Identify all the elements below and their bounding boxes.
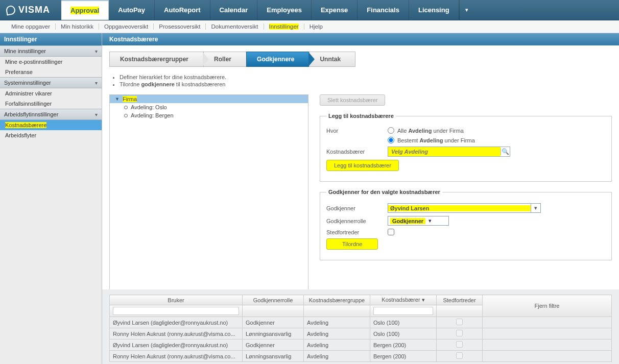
sidebar-section-arbeidsflyt[interactable]: Arbeidsflytinnstillinger ▾ [0, 109, 102, 120]
tree-node-label: Avdeling: Oslo [131, 104, 167, 110]
radio-input[interactable] [388, 127, 394, 134]
cell-role: Godkjenner [243, 339, 304, 351]
dropdown-icon[interactable]: ▾ [428, 217, 432, 224]
nav-autoreport[interactable]: AutoReport [155, 0, 210, 20]
sidebar: Innstilinger Mine innstillinger ▾ Mine e… [0, 33, 102, 364]
nav-more-dropdown[interactable]: ▾ [459, 0, 474, 20]
cell-user: Øyvind Larsen (dagligleder@ronnyaukrust.… [110, 317, 243, 328]
nav-autopay[interactable]: AutoPay [109, 0, 155, 20]
avdeling-search[interactable]: 🔍 [388, 147, 510, 157]
radio-all-avdeling[interactable]: Alle Avdeling under Firma [388, 127, 464, 134]
cell-empty [483, 339, 612, 351]
col-gruppe[interactable]: Kostnadsbærergruppe [304, 295, 370, 305]
avdeling-search-input[interactable] [388, 147, 501, 156]
role-value[interactable]: Godkjenner [390, 218, 425, 224]
sidebar-link-arbeidsflyter[interactable]: Arbeidsflyter [0, 130, 102, 140]
cell-role: Lønningsansvarlig [243, 328, 304, 339]
triangle-down-icon: ▼ [115, 96, 120, 102]
dropdown-icon[interactable]: ▾ [531, 204, 540, 212]
table-row[interactable]: Ronny Holen Aukrust (ronny.aukrust@visma… [110, 328, 612, 339]
brand-text: VISMA [18, 5, 50, 15]
sidebar-link-vikarer[interactable]: Administrer vikarer [0, 88, 102, 99]
cell-role: Lønningsansvarlig [243, 351, 304, 362]
sidebar-link-epost[interactable]: Mine e-postinnstillinger [0, 57, 102, 67]
nav-financials[interactable]: Financials [358, 0, 409, 20]
cell-cost: Oslo (100) [370, 328, 437, 339]
cell-group: Avdeling [304, 328, 370, 339]
col-bruker[interactable]: Bruker [110, 295, 243, 305]
chevron-down-icon: ▾ [95, 80, 98, 86]
cell-empty [483, 317, 612, 328]
col-stedfortreder[interactable]: Stedfortreder [437, 295, 483, 305]
circle-icon [124, 106, 128, 109]
tab-unntak[interactable]: Unntak [309, 52, 355, 67]
assign-button[interactable]: Tilordne [326, 238, 378, 250]
chevron-down-icon: ▾ [95, 112, 98, 117]
cell-deputy-checkbox [456, 352, 463, 359]
tab-grupper[interactable]: Kostnadsbærergrupper [109, 52, 203, 67]
label-where: Hvor [326, 128, 388, 134]
subnav-min-historikk[interactable]: Min historikk [56, 23, 99, 30]
radio-bestemt-avdeling[interactable]: Bestemt Avdeling under Firma [388, 137, 475, 143]
instruction-item: Definer hierarkiet for dine kostnadsbære… [120, 74, 612, 80]
sidebar-link-kostnadsbaerere[interactable]: Kostnadsbærere [0, 120, 102, 130]
subnav-mine-oppgaver[interactable]: Mine oppgaver [6, 23, 56, 30]
filter-kostnadsbaerer[interactable] [373, 307, 433, 315]
subnav-oppgaveoversikt[interactable]: Oppgaveoversikt [99, 23, 154, 30]
sidebar-title: Innstilinger [0, 33, 102, 45]
subnav-dokumentoversikt[interactable]: Dokumentoversikt [206, 23, 264, 30]
subnav-hjelp[interactable]: Hjelp [304, 23, 328, 30]
cell-group: Avdeling [304, 317, 370, 328]
sidebar-link-preferanse[interactable]: Preferanse [0, 67, 102, 77]
sidebar-link-forfall[interactable]: Forfallsinnstillinger [0, 99, 102, 109]
tree-node-label: Avdeling: Bergen [131, 112, 174, 118]
cell-cost: Bergen (200) [370, 339, 437, 351]
col-kostnadsbaerer[interactable]: Kostnadsbærer ▾ [370, 295, 437, 305]
deputy-checkbox[interactable] [388, 229, 394, 235]
tree-node-oslo[interactable]: Avdeling: Oslo [110, 103, 308, 111]
tree-node-root[interactable]: ▼ Firma [110, 95, 308, 103]
grid-header-row: Bruker Godkjennerrolle Kostnadsbærergrup… [110, 295, 612, 305]
subnav-prosessoversikt[interactable]: Prosessoversikt [154, 23, 206, 30]
circle-icon [124, 114, 128, 117]
sidebar-section-mine[interactable]: Mine innstillinger ▾ [0, 45, 102, 57]
add-cost-carrier-fieldset: Legg til kostnadsbærere Hvor Alle Avdeli… [320, 113, 612, 182]
cost-carrier-tree[interactable]: ▼ Firma Avdeling: Oslo Avdeling: Bergen [109, 94, 308, 289]
delete-cost-carrier-button[interactable]: Slett kostnadsbærer [320, 94, 385, 106]
cell-group: Avdeling [304, 339, 370, 351]
tree-node-label: Firma [123, 96, 137, 102]
search-icon[interactable]: 🔍 [501, 148, 510, 155]
table-row[interactable]: Øyvind Larsen (dagligleder@ronnyaukrust.… [110, 317, 612, 328]
sort-icon: ▾ [422, 297, 425, 303]
nav-expense[interactable]: Expense [312, 0, 358, 20]
nav-licensing[interactable]: Licensing [409, 0, 459, 20]
subnav-innstillinger[interactable]: Innstillinger [264, 23, 304, 30]
radio-label: Bestemt Avdeling under Firma [397, 137, 475, 143]
table-row[interactable]: Øyvind Larsen (dagligleder@ronnyaukrust.… [110, 339, 612, 351]
filter-bruker[interactable] [113, 307, 239, 315]
table-row[interactable]: Ronny Holen Aukrust (ronny.aukrust@visma… [110, 351, 612, 362]
visma-icon [6, 5, 16, 15]
main: Kostnadsbærere Kostnadsbærergrupper Roll… [102, 33, 619, 364]
col-rolle[interactable]: Godkjennerrolle [243, 295, 304, 305]
approver-value[interactable]: Øyvind Larsen [388, 205, 531, 211]
cell-user: Ronny Holen Aukrust (ronny.aukrust@visma… [110, 328, 243, 339]
sidebar-section-system[interactable]: Systeminnstillinger ▾ [0, 77, 102, 88]
cell-role: Godkjenner [243, 317, 304, 328]
cell-group: Avdeling [304, 351, 370, 362]
tab-roller[interactable]: Roller [203, 52, 246, 67]
nav-employees[interactable]: Employees [257, 0, 312, 20]
cell-cost: Bergen (200) [370, 351, 437, 362]
label-stedfortreder: Stedfortreder [326, 229, 388, 235]
page-title: Kostnadsbærere [102, 33, 619, 45]
add-cost-carrier-button[interactable]: Legg til kostnadsbærer [326, 160, 399, 171]
tab-godkjennere[interactable]: Godkjennere [246, 52, 309, 67]
radio-input[interactable] [388, 137, 394, 143]
nav-approval[interactable]: Approval [61, 0, 109, 20]
tree-node-bergen[interactable]: Avdeling: Bergen [110, 111, 308, 119]
sidebar-section-label: Arbeidsflytinnstillinger [4, 111, 58, 117]
cell-empty [483, 328, 612, 339]
sidebar-section-label: Mine innstillinger [4, 48, 46, 54]
clear-filters-button[interactable]: Fjern filtre [483, 295, 612, 317]
nav-calendar[interactable]: Calendar [210, 0, 258, 20]
